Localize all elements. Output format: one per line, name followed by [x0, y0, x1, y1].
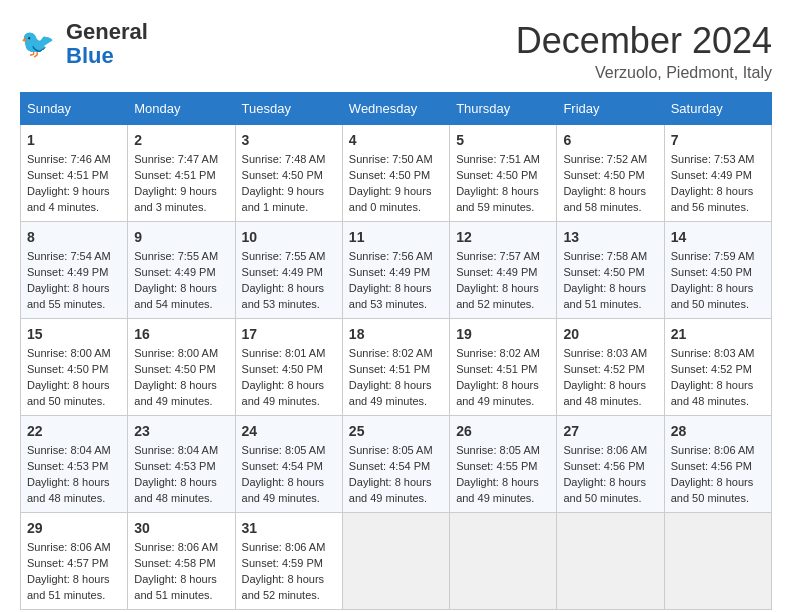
calendar-cell: 26Sunrise: 8:05 AMSunset: 4:55 PMDayligh… [450, 416, 557, 513]
day-number: 23 [134, 421, 228, 441]
weekday-header: Thursday [450, 93, 557, 125]
calendar-cell: 16Sunrise: 8:00 AMSunset: 4:50 PMDayligh… [128, 319, 235, 416]
calendar-cell: 8Sunrise: 7:54 AMSunset: 4:49 PMDaylight… [21, 222, 128, 319]
calendar-cell: 24Sunrise: 8:05 AMSunset: 4:54 PMDayligh… [235, 416, 342, 513]
calendar-cell: 6Sunrise: 7:52 AMSunset: 4:50 PMDaylight… [557, 125, 664, 222]
day-number: 22 [27, 421, 121, 441]
calendar-cell: 21Sunrise: 8:03 AMSunset: 4:52 PMDayligh… [664, 319, 771, 416]
calendar-week-row: 8Sunrise: 7:54 AMSunset: 4:49 PMDaylight… [21, 222, 772, 319]
day-number: 7 [671, 130, 765, 150]
calendar-cell: 18Sunrise: 8:02 AMSunset: 4:51 PMDayligh… [342, 319, 449, 416]
calendar-cell: 31Sunrise: 8:06 AMSunset: 4:59 PMDayligh… [235, 513, 342, 610]
day-number: 4 [349, 130, 443, 150]
calendar-week-row: 22Sunrise: 8:04 AMSunset: 4:53 PMDayligh… [21, 416, 772, 513]
calendar-cell: 5Sunrise: 7:51 AMSunset: 4:50 PMDaylight… [450, 125, 557, 222]
calendar-cell [342, 513, 449, 610]
calendar-cell: 7Sunrise: 7:53 AMSunset: 4:49 PMDaylight… [664, 125, 771, 222]
logo-general: General [66, 19, 148, 44]
day-number: 15 [27, 324, 121, 344]
day-number: 27 [563, 421, 657, 441]
weekday-header: Sunday [21, 93, 128, 125]
day-number: 21 [671, 324, 765, 344]
calendar-cell: 28Sunrise: 8:06 AMSunset: 4:56 PMDayligh… [664, 416, 771, 513]
calendar-week-row: 29Sunrise: 8:06 AMSunset: 4:57 PMDayligh… [21, 513, 772, 610]
calendar-cell: 14Sunrise: 7:59 AMSunset: 4:50 PMDayligh… [664, 222, 771, 319]
day-number: 19 [456, 324, 550, 344]
day-number: 10 [242, 227, 336, 247]
calendar-cell: 12Sunrise: 7:57 AMSunset: 4:49 PMDayligh… [450, 222, 557, 319]
svg-text:🐦: 🐦 [20, 27, 55, 60]
calendar-week-row: 1Sunrise: 7:46 AMSunset: 4:51 PMDaylight… [21, 125, 772, 222]
day-number: 30 [134, 518, 228, 538]
calendar-cell: 30Sunrise: 8:06 AMSunset: 4:58 PMDayligh… [128, 513, 235, 610]
day-number: 9 [134, 227, 228, 247]
calendar: SundayMondayTuesdayWednesdayThursdayFrid… [20, 92, 772, 610]
weekday-header: Saturday [664, 93, 771, 125]
calendar-header-row: SundayMondayTuesdayWednesdayThursdayFrid… [21, 93, 772, 125]
weekday-header: Monday [128, 93, 235, 125]
calendar-cell: 20Sunrise: 8:03 AMSunset: 4:52 PMDayligh… [557, 319, 664, 416]
calendar-cell: 2Sunrise: 7:47 AMSunset: 4:51 PMDaylight… [128, 125, 235, 222]
logo-blue: Blue [66, 43, 114, 68]
day-number: 6 [563, 130, 657, 150]
calendar-cell: 17Sunrise: 8:01 AMSunset: 4:50 PMDayligh… [235, 319, 342, 416]
calendar-cell: 3Sunrise: 7:48 AMSunset: 4:50 PMDaylight… [235, 125, 342, 222]
day-number: 24 [242, 421, 336, 441]
calendar-cell: 19Sunrise: 8:02 AMSunset: 4:51 PMDayligh… [450, 319, 557, 416]
calendar-week-row: 15Sunrise: 8:00 AMSunset: 4:50 PMDayligh… [21, 319, 772, 416]
calendar-cell [664, 513, 771, 610]
day-number: 2 [134, 130, 228, 150]
day-number: 25 [349, 421, 443, 441]
day-number: 5 [456, 130, 550, 150]
day-number: 31 [242, 518, 336, 538]
title-area: December 2024 Verzuolo, Piedmont, Italy [516, 20, 772, 82]
calendar-cell: 23Sunrise: 8:04 AMSunset: 4:53 PMDayligh… [128, 416, 235, 513]
day-number: 16 [134, 324, 228, 344]
calendar-cell: 1Sunrise: 7:46 AMSunset: 4:51 PMDaylight… [21, 125, 128, 222]
day-number: 3 [242, 130, 336, 150]
calendar-cell: 15Sunrise: 8:00 AMSunset: 4:50 PMDayligh… [21, 319, 128, 416]
day-number: 1 [27, 130, 121, 150]
day-number: 14 [671, 227, 765, 247]
day-number: 28 [671, 421, 765, 441]
month-title: December 2024 [516, 20, 772, 62]
calendar-cell: 13Sunrise: 7:58 AMSunset: 4:50 PMDayligh… [557, 222, 664, 319]
logo: 🐦 General Blue [20, 20, 148, 68]
day-number: 18 [349, 324, 443, 344]
day-number: 13 [563, 227, 657, 247]
day-number: 17 [242, 324, 336, 344]
day-number: 12 [456, 227, 550, 247]
calendar-cell: 10Sunrise: 7:55 AMSunset: 4:49 PMDayligh… [235, 222, 342, 319]
calendar-cell: 4Sunrise: 7:50 AMSunset: 4:50 PMDaylight… [342, 125, 449, 222]
calendar-cell: 25Sunrise: 8:05 AMSunset: 4:54 PMDayligh… [342, 416, 449, 513]
day-number: 29 [27, 518, 121, 538]
calendar-cell [450, 513, 557, 610]
weekday-header: Wednesday [342, 93, 449, 125]
weekday-header: Tuesday [235, 93, 342, 125]
day-number: 26 [456, 421, 550, 441]
calendar-cell: 22Sunrise: 8:04 AMSunset: 4:53 PMDayligh… [21, 416, 128, 513]
calendar-cell: 27Sunrise: 8:06 AMSunset: 4:56 PMDayligh… [557, 416, 664, 513]
location: Verzuolo, Piedmont, Italy [516, 64, 772, 82]
logo-icon: 🐦 [20, 21, 62, 67]
header: 🐦 General Blue December 2024 Verzuolo, P… [20, 20, 772, 82]
day-number: 11 [349, 227, 443, 247]
calendar-cell: 9Sunrise: 7:55 AMSunset: 4:49 PMDaylight… [128, 222, 235, 319]
day-number: 20 [563, 324, 657, 344]
calendar-cell [557, 513, 664, 610]
day-number: 8 [27, 227, 121, 247]
calendar-cell: 29Sunrise: 8:06 AMSunset: 4:57 PMDayligh… [21, 513, 128, 610]
weekday-header: Friday [557, 93, 664, 125]
calendar-cell: 11Sunrise: 7:56 AMSunset: 4:49 PMDayligh… [342, 222, 449, 319]
